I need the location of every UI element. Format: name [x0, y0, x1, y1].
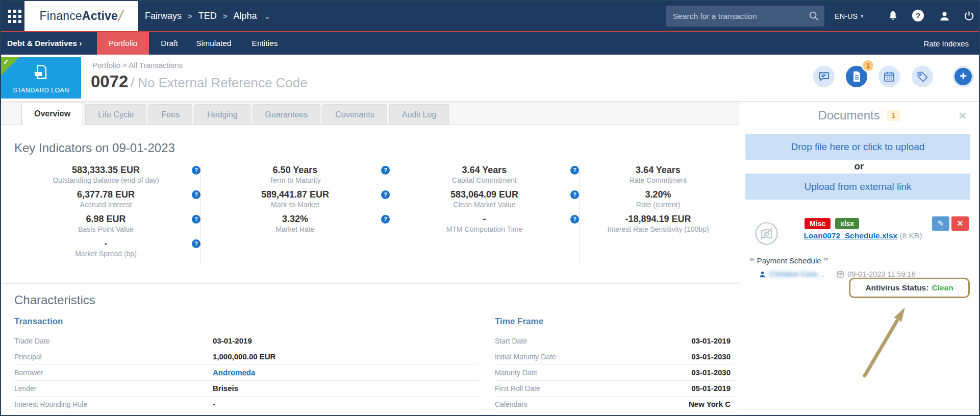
kpi-mark-to-market: 589,441.87 EUR Mark-to-Market ? — [200, 189, 390, 209]
kpi-outstanding-balance: 583,333.35 EUR Outstanding Balance (end … — [11, 164, 200, 185]
documents-count: 1 — [887, 110, 900, 121]
search-input[interactable] — [666, 6, 824, 27]
panel-divider — [739, 130, 979, 130]
help-icon[interactable]: ? — [570, 215, 579, 224]
borrower-link[interactable]: Andromeda — [213, 368, 255, 377]
nav-portfolio[interactable]: Portfolio — [97, 32, 149, 55]
logout-power-icon[interactable] — [963, 10, 975, 22]
no-preview-icon — [755, 222, 778, 246]
document-link[interactable]: Loan0072_Schedule.xlsx — [804, 231, 898, 240]
help-icon[interactable]: ? — [381, 190, 390, 199]
external-link-upload-button[interactable]: Upload from external link — [745, 174, 970, 200]
help-icon[interactable]: ? — [192, 190, 200, 199]
tags-button[interactable] — [912, 66, 933, 87]
help-icon[interactable]: ? — [912, 10, 924, 21]
app-grid-icon[interactable] — [8, 10, 21, 23]
drop-file-upload-button[interactable]: Drop file here or click to upload — [745, 134, 970, 160]
kpi-rate-current: 3.20% Rate (current) — [579, 189, 737, 209]
document-description: “ Payment Schedule ” — [749, 256, 828, 265]
loan-type-label: STANDARD LOAN — [1, 87, 81, 94]
kpi-clean-market-value: 583,064.09 EUR Clean Market Value ? — [390, 189, 579, 209]
tab-fees[interactable]: Fees — [148, 104, 192, 125]
kpi-market-spread: - Market Spread (bp) ? — [11, 238, 200, 258]
plus-icon: + — [954, 68, 972, 85]
locale-label: EN-US — [835, 12, 858, 20]
document-name-block: Loan0072_Schedule.xlsx (8 KB) — [790, 230, 936, 241]
annotation-arrow — [840, 301, 927, 383]
kpi-interest-rate-sensitivity: -18,894.19 EUR Interest Rate Sensitivity… — [579, 213, 737, 234]
timeframe-subsection-title: Time Frame — [495, 316, 543, 327]
nav-rate-indexes[interactable]: Rate Indexes — [924, 32, 969, 55]
tab-covenants[interactable]: Covenants — [322, 104, 387, 125]
kpi-column-1: 583,333.35 EUR Outstanding Balance (end … — [11, 164, 200, 262]
add-transaction-button[interactable]: + — [952, 66, 974, 87]
tab-hedging[interactable]: Hedging — [194, 104, 250, 125]
kpi-divider — [390, 164, 390, 264]
loan-type-badge[interactable]: ✓ STANDARD LOAN — [1, 57, 81, 99]
breadcrumb: Fairways > TED > Alpha ⌄ — [145, 1, 270, 31]
delete-document-button[interactable]: ✕ — [951, 216, 969, 231]
nav-debt-derivatives[interactable]: Debt & Derivatives › — [7, 32, 82, 55]
calendar-icon — [883, 70, 895, 83]
toolbar-divider — [944, 69, 944, 84]
schedule-button[interactable] — [878, 66, 900, 87]
brand-logo[interactable]: FinanceActive / — [24, 1, 138, 31]
tag-icon — [916, 70, 928, 83]
uploader-ellipsis: .. — [821, 270, 825, 278]
edit-document-button[interactable]: ✎ — [932, 216, 949, 231]
table-row: Calendars New York C — [495, 397, 735, 412]
tab-life-cycle[interactable]: Life Cycle — [85, 104, 146, 125]
nav-simulated[interactable]: Simulated — [192, 32, 235, 55]
comments-button[interactable] — [813, 66, 835, 87]
close-icon[interactable]: ✕ — [958, 110, 967, 122]
table-row: Start Date 03-01-2019 — [495, 333, 735, 349]
top-header: FinanceActive / Fairways > TED > Alpha ⌄… — [1, 1, 979, 31]
transaction-search — [666, 6, 824, 27]
table-row: Lender Briseis — [14, 381, 479, 397]
kpi-market-rate: 3.32% Market Rate ? — [200, 213, 390, 234]
breadcrumb-item-ted[interactable]: TED — [198, 11, 217, 21]
help-icon[interactable]: ? — [192, 239, 200, 248]
help-icon[interactable]: ? — [381, 215, 390, 224]
dropdown-caret-icon: ▾ — [861, 13, 863, 19]
tab-guarantees[interactable]: Guarantees — [253, 104, 321, 125]
nav-draft[interactable]: Draft — [157, 32, 182, 55]
table-row: Maturity Date 03-01-2030 — [495, 365, 735, 381]
brand-name: FinanceActive — [40, 9, 118, 23]
nav-entities[interactable]: Entities — [248, 32, 281, 55]
antivirus-status-box: Antivirus Status: Clean — [849, 278, 970, 298]
loan-document-icon — [32, 63, 49, 81]
characteristics-title: Characteristics — [14, 293, 95, 307]
transaction-subtitle: / No External Reference Code — [131, 75, 308, 90]
antivirus-value: Clean — [932, 283, 953, 292]
breadcrumb-item-alpha[interactable]: Alpha — [234, 11, 257, 21]
kpi-capital-commitment: 3.64 Years Capital Commitment ? — [390, 164, 579, 185]
table-row: Borrower Andromeda — [14, 365, 479, 381]
uploader-name[interactable]: Christine Cons — [769, 270, 818, 278]
search-icon[interactable] — [808, 10, 819, 21]
help-icon[interactable]: ? — [570, 166, 579, 175]
locale-selector[interactable]: EN-US ▾ — [835, 1, 863, 31]
help-icon[interactable]: ? — [570, 190, 579, 199]
tab-overview[interactable]: Overview — [21, 103, 83, 125]
kpi-divider — [200, 164, 201, 264]
page-title: 0072 / No External Reference Code — [91, 72, 308, 91]
transaction-subsection-title: Transaction — [14, 316, 63, 327]
file-extension-badge: xlsx — [835, 218, 859, 229]
transaction-breadcrumb[interactable]: Portfolio > All Transactions — [92, 61, 183, 69]
help-icon[interactable]: ? — [381, 166, 390, 175]
breadcrumb-item-fairways[interactable]: Fairways — [145, 11, 182, 21]
notifications-bell-icon[interactable] — [887, 10, 899, 22]
document-meta: Christine Cons .. 09-01-2023 11:59:16 — [759, 270, 916, 278]
upload-datetime: 09-01-2023 11:59:16 — [847, 270, 916, 278]
chevron-right-icon: > — [223, 12, 228, 20]
chevron-down-icon[interactable]: ⌄ — [264, 12, 271, 21]
kpi-mtm-computation-time: - MTM Computation Time ? — [390, 213, 579, 234]
kpi-basis-point-value: 6.98 EUR Basis Point Value ? — [11, 213, 200, 234]
user-account-icon[interactable] — [939, 10, 950, 22]
help-icon[interactable]: ? — [192, 166, 200, 175]
app-window: FinanceActive / Fairways > TED > Alpha ⌄… — [0, 0, 980, 416]
section-divider — [1, 283, 739, 284]
help-icon[interactable]: ? — [192, 215, 200, 224]
tab-audit-log[interactable]: Audit Log — [389, 104, 449, 125]
